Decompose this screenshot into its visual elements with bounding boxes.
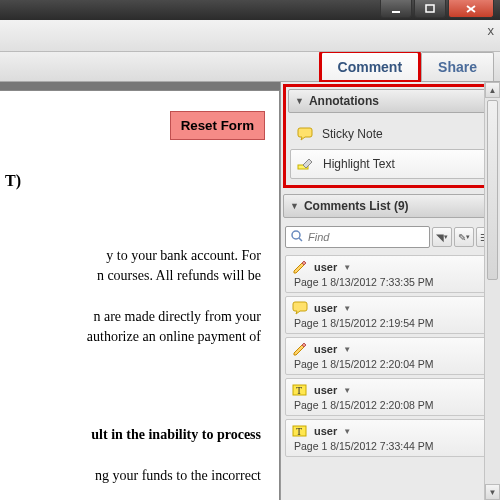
dropdown-icon: ▼ [343,304,351,313]
annotations-highlight-box: ▼ Annotations Sticky Note Highlight Text [283,84,496,188]
annotation-label: Sticky Note [322,127,383,141]
svg-text:T: T [296,385,302,396]
svg-line-6 [299,238,302,241]
dropdown-icon: ▼ [343,427,351,436]
comment-item[interactable]: Tuser▼Page 1 8/15/2012 2:20:08 PM [285,378,496,416]
find-input[interactable] [308,231,425,243]
svg-rect-0 [392,11,400,13]
tab-comment[interactable]: Comment [321,52,420,81]
window-close-button[interactable] [448,0,494,18]
dropdown-icon: ▼ [343,386,351,395]
document-viewport: Reset Form T) y to your bank account. Fo… [0,82,280,500]
annotations-list: Sticky Note Highlight Text [286,117,493,181]
comments-list-header[interactable]: ▼ Comments List (9) [283,194,498,218]
svg-rect-1 [426,5,434,12]
find-input-wrap[interactable] [285,226,430,248]
comment-user: user [314,261,337,273]
comment-meta: Page 1 8/13/2012 7:33:35 PM [294,276,489,288]
svg-point-5 [292,231,300,239]
minimize-button[interactable] [380,0,412,18]
annotation-highlight-text[interactable]: Highlight Text [290,149,489,179]
svg-text:T: T [296,426,302,437]
tab-share[interactable]: Share [421,52,494,81]
sticky-note-icon [296,126,314,142]
body-text-bold: ult in the inability to process [5,425,261,445]
heading-fragment: T) [5,169,261,192]
comment-user: user [314,384,337,396]
top-toolbar: x [0,20,500,52]
filter-button[interactable]: ◥▾ [432,227,452,247]
comment-user: user [314,343,337,355]
search-icon [290,229,304,246]
comment-item[interactable]: user▼Page 1 8/13/2012 7:33:35 PM [285,255,496,293]
tab-bar: Comment Share [0,52,500,82]
body-text: ng your funds to the incorrect [5,466,261,486]
find-row: ◥▾ ✎▾ ☰▾ [281,222,500,252]
comment-item[interactable]: user▼Page 1 8/15/2012 2:20:04 PM [285,337,496,375]
comment-type-icon: T [292,383,308,397]
comments-list: user▼Page 1 8/13/2012 7:33:35 PMuser▼Pag… [281,252,500,500]
annotation-label: Highlight Text [323,157,395,171]
sort-button[interactable]: ✎▾ [454,227,474,247]
highlight-text-icon [297,156,315,172]
reset-form-button[interactable]: Reset Form [170,111,265,140]
annotation-sticky-note[interactable]: Sticky Note [290,119,489,149]
comment-meta: Page 1 8/15/2012 2:19:54 PM [294,317,489,329]
panel-close-x[interactable]: x [488,23,495,38]
body-text: y to your bank account. For n courses. A… [5,246,261,287]
scroll-thumb[interactable] [487,100,498,280]
comment-type-icon [292,301,308,315]
maximize-button[interactable] [414,0,446,18]
comment-user: user [314,302,337,314]
comment-meta: Page 1 8/15/2012 2:20:08 PM [294,399,489,411]
scroll-up-arrow[interactable]: ▲ [485,82,500,98]
dropdown-icon: ▼ [343,263,351,272]
comment-type-icon [292,342,308,356]
dropdown-icon: ▼ [343,345,351,354]
comment-user: user [314,425,337,437]
comment-type-icon: T [292,424,308,438]
comment-meta: Page 1 8/15/2012 2:20:04 PM [294,358,489,370]
comment-type-icon [292,260,308,274]
comment-item[interactable]: user▼Page 1 8/15/2012 2:19:54 PM [285,296,496,334]
body-text: n are made directly from your authorize … [5,307,261,348]
pdf-page: Reset Form T) y to your bank account. Fo… [0,90,280,500]
scroll-down-arrow[interactable]: ▼ [485,484,500,500]
comment-item[interactable]: Tuser▼Page 1 8/15/2012 7:33:44 PM [285,419,496,457]
annotations-header[interactable]: ▼ Annotations [288,89,491,113]
comment-sidebar: ▼ Annotations Sticky Note Highlight Text… [280,82,500,500]
collapse-triangle-icon: ▼ [295,96,304,106]
window-titlebar [0,0,500,20]
comment-meta: Page 1 8/15/2012 7:33:44 PM [294,440,489,452]
sidebar-scrollbar[interactable]: ▲ ▼ [484,82,500,500]
collapse-triangle-icon: ▼ [290,201,299,211]
